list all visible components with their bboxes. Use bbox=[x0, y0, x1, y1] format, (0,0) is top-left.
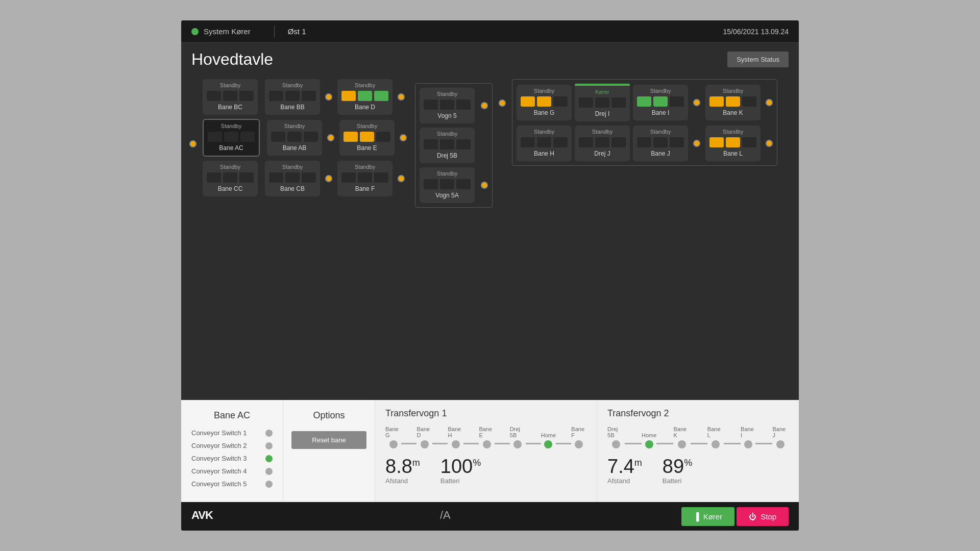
korer-icon: ▐ bbox=[694, 512, 699, 521]
lane-g[interactable]: Standby Bane G bbox=[517, 85, 572, 120]
switch-1-label: Conveyor Switch 1 bbox=[191, 429, 247, 437]
tv1-distance-value: 8.8 bbox=[385, 456, 412, 477]
tv2-title: Transfervogn 2 bbox=[607, 408, 789, 419]
ia-logo: /A bbox=[440, 508, 458, 525]
tv2-line2 bbox=[656, 443, 673, 444]
tv1-distance-unit: m bbox=[412, 458, 420, 468]
options-panel: Options Reset bane bbox=[283, 400, 375, 502]
lane-ab[interactable]: Standby Bane AB bbox=[267, 120, 322, 156]
tv2-distance: 7.4m Afstand bbox=[607, 457, 642, 485]
lane-cc[interactable]: Standby Bane CC bbox=[203, 161, 258, 196]
lane-cb[interactable]: Standby Bane CB bbox=[265, 161, 320, 196]
left-lanes: Standby Bane BC Standby Bane BB bbox=[203, 79, 409, 196]
transfervogn2-panel: Transfervogn 2 Drej 5B Home Bane K bbox=[597, 400, 799, 502]
switch-5-label: Conveyor Switch 5 bbox=[191, 480, 247, 488]
tv1-stop-baneG: Bane G bbox=[385, 426, 401, 448]
tv1-line6 bbox=[556, 443, 571, 444]
tv1-stop-home: Home bbox=[541, 432, 556, 448]
right-connector-left bbox=[499, 99, 506, 107]
transfervogn1-panel: Transfervogn 1 Bane G Bane D Bane H bbox=[375, 400, 597, 502]
switch-4-label: Conveyor Switch 4 bbox=[191, 467, 247, 475]
lane-bc[interactable]: Standby Bane BC bbox=[203, 79, 258, 115]
tv1-stop-baneE: Bane E bbox=[479, 426, 494, 448]
lane-ac[interactable]: Standby Bane AC bbox=[203, 119, 260, 157]
svg-text:AVK: AVK bbox=[191, 509, 213, 521]
header-divider bbox=[274, 26, 275, 38]
lane-k[interactable]: Standby Bane K bbox=[705, 85, 761, 120]
tv1-stop-baneH: Bane H bbox=[448, 426, 463, 448]
lane-f[interactable]: Standby Bane F bbox=[337, 161, 393, 196]
tv1-stop-drej5b: Drej 5B bbox=[510, 426, 526, 448]
tv1-line5 bbox=[526, 443, 541, 444]
switch-row-5[interactable]: Conveyor Switch 5 bbox=[191, 480, 273, 488]
zone-label: Øst 1 bbox=[288, 27, 306, 36]
switch-5-indicator bbox=[265, 481, 273, 488]
header: System Kører Øst 1 15/06/2021 13.09.24 bbox=[181, 20, 799, 43]
tv2-stop-drej5b: Drej 5B bbox=[607, 426, 625, 448]
tv1-line1 bbox=[401, 443, 416, 444]
tv1-stop-baneD: Bane D bbox=[416, 426, 432, 448]
korer-label: Kører bbox=[703, 512, 723, 521]
lane-vogn5a[interactable]: Standby Vogn 5A bbox=[420, 167, 475, 203]
main-window: System Kører Øst 1 15/06/2021 13.09.24 H… bbox=[181, 20, 799, 531]
tv2-distance-label: Afstand bbox=[607, 477, 630, 485]
bottom-panel: Bane AC Conveyor Switch 1 Conveyor Switc… bbox=[181, 400, 799, 502]
page-title-area: Hovedtavle System Status bbox=[181, 43, 799, 74]
diagram-area: Standby Bane BC Standby Bane BB bbox=[181, 74, 799, 400]
lane-vogn5[interactable]: Standby Vogn 5 bbox=[420, 88, 475, 123]
lane-l[interactable]: Standby Bane L bbox=[705, 126, 761, 161]
switch-2-label: Conveyor Switch 2 bbox=[191, 442, 247, 449]
tv1-battery-value: 100 bbox=[440, 456, 473, 477]
lane-bb[interactable]: Standby Bane BB bbox=[265, 79, 320, 115]
tv2-battery-unit: % bbox=[684, 458, 692, 468]
tv2-distance-value: 7.4 bbox=[607, 456, 634, 477]
tv1-title: Transfervogn 1 bbox=[385, 408, 586, 419]
options-title: Options bbox=[313, 410, 345, 421]
header-left: System Kører Øst 1 bbox=[191, 26, 306, 38]
switch-row-1[interactable]: Conveyor Switch 1 bbox=[191, 429, 273, 437]
lane-e[interactable]: Standby Bane E bbox=[339, 120, 395, 156]
tv2-stop-home: Home bbox=[642, 432, 656, 448]
tv1-battery-label: Batteri bbox=[440, 477, 460, 485]
lane-drej-i[interactable]: Kører Drej I bbox=[575, 84, 630, 121]
switch-row-2[interactable]: Conveyor Switch 2 bbox=[191, 442, 273, 449]
stop-button[interactable]: ⏻ Stop bbox=[737, 507, 789, 526]
svg-text:/A: /A bbox=[440, 509, 451, 521]
switch-row-3[interactable]: Conveyor Switch 3 bbox=[191, 455, 273, 462]
footer-buttons: ▐ Kører ⏻ Stop bbox=[681, 507, 789, 526]
stop-power-icon: ⏻ bbox=[749, 512, 756, 521]
system-running-label: System Kører bbox=[204, 27, 251, 36]
tv2-battery: 89% Batteri bbox=[663, 457, 692, 485]
lane-h[interactable]: Standby Bane H bbox=[517, 126, 572, 161]
tv2-stop-baneI: Bane I bbox=[741, 426, 755, 448]
tv2-stop-baneK: Bane K bbox=[673, 426, 690, 448]
lane-i[interactable]: Standby Bane I bbox=[633, 85, 688, 120]
lane-drej5b[interactable]: Standby Drej 5B bbox=[420, 128, 475, 163]
tv1-line3 bbox=[463, 443, 479, 444]
tv2-line1 bbox=[625, 443, 642, 444]
switch-1-indicator bbox=[265, 430, 273, 437]
switch-3-indicator bbox=[265, 455, 273, 462]
right-section: Standby Bane G Kører Drej I bbox=[512, 79, 777, 166]
switch-2-indicator bbox=[265, 442, 273, 449]
start-connector bbox=[189, 140, 197, 149]
tv1-distance: 8.8m Afstand bbox=[385, 457, 420, 485]
system-status-button[interactable]: System Status bbox=[727, 52, 789, 67]
tv1-line2 bbox=[432, 443, 448, 444]
lane-d[interactable]: Standby Bane D bbox=[337, 79, 393, 115]
reset-bane-button[interactable]: Reset bane bbox=[291, 431, 366, 449]
switch-row-4[interactable]: Conveyor Switch 4 bbox=[191, 467, 273, 475]
tv1-distance-label: Afstand bbox=[385, 477, 408, 485]
tv2-battery-value: 89 bbox=[663, 456, 684, 477]
page-title: Hovedtavle bbox=[191, 50, 273, 69]
lane-j[interactable]: Standby Bane J bbox=[633, 126, 688, 161]
tv1-battery-unit: % bbox=[473, 458, 481, 468]
tv2-battery-label: Batteri bbox=[663, 477, 682, 485]
switch-4-indicator bbox=[265, 468, 273, 475]
footer: AVK /A ▐ Kører ⏻ Stop bbox=[181, 502, 799, 531]
korer-button[interactable]: ▐ Kører bbox=[681, 507, 734, 526]
switch-3-label: Conveyor Switch 3 bbox=[191, 455, 247, 462]
stop-label: Stop bbox=[761, 512, 776, 521]
lane-drej-j[interactable]: Standby Drej J bbox=[575, 126, 630, 161]
tv1-battery: 100% Batteri bbox=[440, 457, 481, 485]
